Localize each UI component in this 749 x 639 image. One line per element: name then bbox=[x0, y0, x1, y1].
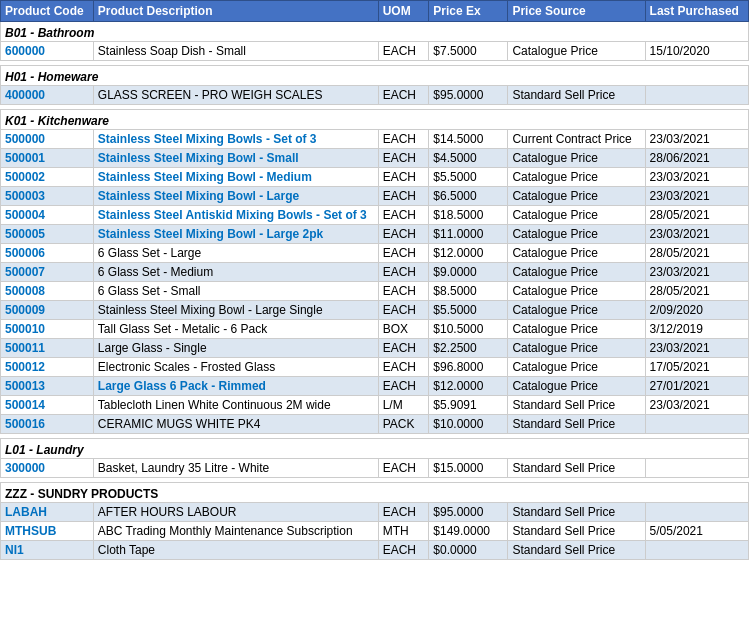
price-source-cell: Standard Sell Price bbox=[508, 541, 645, 560]
price-source-cell: Current Contract Price bbox=[508, 130, 645, 149]
product-desc-cell: 6 Glass Set - Large bbox=[93, 244, 378, 263]
product-desc-cell: Basket, Laundry 35 Litre - White bbox=[93, 459, 378, 478]
price-cell: $4.5000 bbox=[429, 149, 508, 168]
group-header-zzz: ZZZ - SUNDRY PRODUCTS bbox=[1, 483, 749, 503]
uom-cell: EACH bbox=[378, 206, 429, 225]
table-row: MTHSUBABC Trading Monthly Maintenance Su… bbox=[1, 522, 749, 541]
table-row: NI1Cloth TapeEACH$0.0000Standard Sell Pr… bbox=[1, 541, 749, 560]
product-code-cell[interactable]: 500013 bbox=[1, 377, 94, 396]
table-row: 500014Tablecloth Linen White Continuous … bbox=[1, 396, 749, 415]
product-code-cell[interactable]: 500006 bbox=[1, 244, 94, 263]
price-source-cell: Catalogue Price bbox=[508, 149, 645, 168]
product-code-cell[interactable]: LABAH bbox=[1, 503, 94, 522]
product-desc-cell: CERAMIC MUGS WHITE PK4 bbox=[93, 415, 378, 434]
price-cell: $5.5000 bbox=[429, 301, 508, 320]
table-body: B01 - Bathroom600000Stainless Soap Dish … bbox=[1, 22, 749, 560]
price-source-cell: Standard Sell Price bbox=[508, 522, 645, 541]
price-source-cell: Standard Sell Price bbox=[508, 396, 645, 415]
last-purchased-cell: 3/12/2019 bbox=[645, 320, 748, 339]
header-uom: UOM bbox=[378, 1, 429, 22]
product-code-cell[interactable]: 400000 bbox=[1, 86, 94, 105]
product-desc-cell: Tablecloth Linen White Continuous 2M wid… bbox=[93, 396, 378, 415]
table-row: 500004Stainless Steel Antiskid Mixing Bo… bbox=[1, 206, 749, 225]
price-cell: $7.5000 bbox=[429, 42, 508, 61]
last-purchased-cell: 23/03/2021 bbox=[645, 339, 748, 358]
product-code-cell[interactable]: 500016 bbox=[1, 415, 94, 434]
last-purchased-cell bbox=[645, 86, 748, 105]
header-last-purchased: Last Purchased bbox=[645, 1, 748, 22]
price-cell: $12.0000 bbox=[429, 244, 508, 263]
product-code-cell[interactable]: 500003 bbox=[1, 187, 94, 206]
last-purchased-cell: 17/05/2021 bbox=[645, 358, 748, 377]
price-cell: $9.0000 bbox=[429, 263, 508, 282]
last-purchased-cell bbox=[645, 415, 748, 434]
price-source-cell: Catalogue Price bbox=[508, 168, 645, 187]
product-code-cell[interactable]: 500000 bbox=[1, 130, 94, 149]
table-row: 300000Basket, Laundry 35 Litre - WhiteEA… bbox=[1, 459, 749, 478]
header-price-source: Price Source bbox=[508, 1, 645, 22]
product-desc-cell: 6 Glass Set - Small bbox=[93, 282, 378, 301]
product-desc-cell: Stainless Steel Mixing Bowl - Large bbox=[93, 187, 378, 206]
product-code-cell[interactable]: 500012 bbox=[1, 358, 94, 377]
table-row: 500016CERAMIC MUGS WHITE PK4PACK$10.0000… bbox=[1, 415, 749, 434]
product-desc-cell: GLASS SCREEN - PRO WEIGH SCALES bbox=[93, 86, 378, 105]
product-code-cell[interactable]: 500010 bbox=[1, 320, 94, 339]
product-desc-cell: Tall Glass Set - Metalic - 6 Pack bbox=[93, 320, 378, 339]
product-code-cell[interactable]: 500001 bbox=[1, 149, 94, 168]
product-code-cell[interactable]: 500005 bbox=[1, 225, 94, 244]
last-purchased-cell: 23/03/2021 bbox=[645, 396, 748, 415]
header-product-code: Product Code bbox=[1, 1, 94, 22]
price-source-cell: Catalogue Price bbox=[508, 358, 645, 377]
product-code-cell[interactable]: 500011 bbox=[1, 339, 94, 358]
product-desc-cell: Stainless Steel Mixing Bowl - Large 2pk bbox=[93, 225, 378, 244]
last-purchased-cell: 23/03/2021 bbox=[645, 130, 748, 149]
last-purchased-cell: 23/03/2021 bbox=[645, 225, 748, 244]
last-purchased-cell: 23/03/2021 bbox=[645, 168, 748, 187]
price-cell: $2.2500 bbox=[429, 339, 508, 358]
product-code-cell[interactable]: 600000 bbox=[1, 42, 94, 61]
group-header-h01: H01 - Homeware bbox=[1, 66, 749, 86]
price-source-cell: Catalogue Price bbox=[508, 206, 645, 225]
table-row: 500005Stainless Steel Mixing Bowl - Larg… bbox=[1, 225, 749, 244]
table-row: 500013Large Glass 6 Pack - RimmedEACH$12… bbox=[1, 377, 749, 396]
table-row: 5000076 Glass Set - MediumEACH$9.0000Cat… bbox=[1, 263, 749, 282]
last-purchased-cell: 23/03/2021 bbox=[645, 187, 748, 206]
product-code-cell[interactable]: 500014 bbox=[1, 396, 94, 415]
price-cell: $18.5000 bbox=[429, 206, 508, 225]
price-cell: $5.5000 bbox=[429, 168, 508, 187]
uom-cell: EACH bbox=[378, 187, 429, 206]
uom-cell: PACK bbox=[378, 415, 429, 434]
uom-cell: BOX bbox=[378, 320, 429, 339]
product-code-cell[interactable]: 500008 bbox=[1, 282, 94, 301]
table-row: 500009Stainless Steel Mixing Bowl - Larg… bbox=[1, 301, 749, 320]
last-purchased-cell: 15/10/2020 bbox=[645, 42, 748, 61]
product-desc-cell: AFTER HOURS LABOUR bbox=[93, 503, 378, 522]
uom-cell: L/M bbox=[378, 396, 429, 415]
price-cell: $14.5000 bbox=[429, 130, 508, 149]
group-header-b01: B01 - Bathroom bbox=[1, 22, 749, 42]
price-cell: $12.0000 bbox=[429, 377, 508, 396]
table-row: 5000066 Glass Set - LargeEACH$12.0000Cat… bbox=[1, 244, 749, 263]
product-desc-cell: Electronic Scales - Frosted Glass bbox=[93, 358, 378, 377]
price-cell: $96.8000 bbox=[429, 358, 508, 377]
price-source-cell: Standard Sell Price bbox=[508, 503, 645, 522]
price-source-cell: Catalogue Price bbox=[508, 377, 645, 396]
uom-cell: EACH bbox=[378, 244, 429, 263]
uom-cell: EACH bbox=[378, 168, 429, 187]
uom-cell: EACH bbox=[378, 86, 429, 105]
uom-cell: EACH bbox=[378, 263, 429, 282]
product-code-cell[interactable]: 300000 bbox=[1, 459, 94, 478]
last-purchased-cell: 28/05/2021 bbox=[645, 244, 748, 263]
price-source-cell: Catalogue Price bbox=[508, 282, 645, 301]
product-code-cell[interactable]: NI1 bbox=[1, 541, 94, 560]
price-source-cell: Catalogue Price bbox=[508, 320, 645, 339]
uom-cell: EACH bbox=[378, 503, 429, 522]
product-desc-cell: Stainless Steel Mixing Bowl - Large Sing… bbox=[93, 301, 378, 320]
price-source-cell: Catalogue Price bbox=[508, 263, 645, 282]
product-code-cell[interactable]: 500002 bbox=[1, 168, 94, 187]
product-code-cell[interactable]: 500007 bbox=[1, 263, 94, 282]
product-code-cell[interactable]: MTHSUB bbox=[1, 522, 94, 541]
product-code-cell[interactable]: 500009 bbox=[1, 301, 94, 320]
product-code-cell[interactable]: 500004 bbox=[1, 206, 94, 225]
price-source-cell: Catalogue Price bbox=[508, 187, 645, 206]
